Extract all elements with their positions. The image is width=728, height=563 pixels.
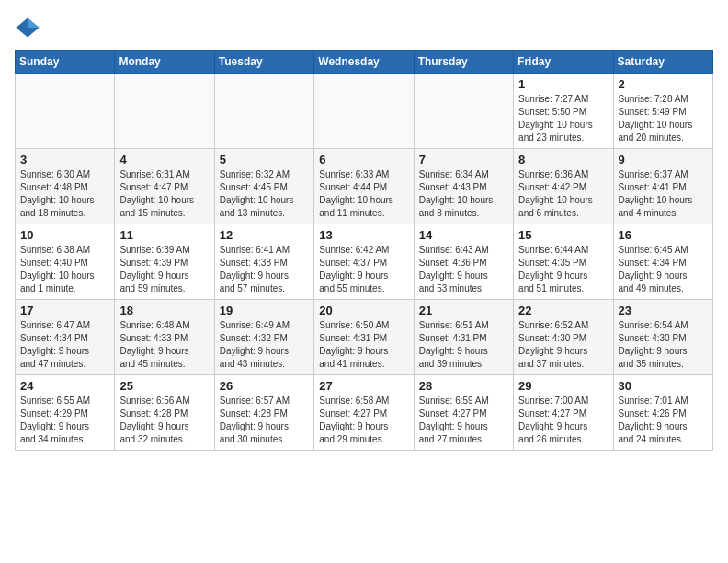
day-header-monday: Monday (115, 51, 214, 74)
calendar-cell: 22Sunrise: 6:52 AM Sunset: 4:30 PM Dayli… (514, 300, 613, 375)
day-info: Sunrise: 6:54 AM Sunset: 4:30 PM Dayligh… (619, 319, 708, 371)
day-info: Sunrise: 6:30 AM Sunset: 4:48 PM Dayligh… (20, 168, 109, 220)
day-info: Sunrise: 6:31 AM Sunset: 4:47 PM Dayligh… (119, 168, 209, 220)
day-info: Sunrise: 6:34 AM Sunset: 4:43 PM Dayligh… (419, 168, 508, 220)
day-number: 25 (119, 379, 209, 393)
calendar-cell: 6Sunrise: 6:33 AM Sunset: 4:44 PM Daylig… (314, 149, 414, 224)
calendar-cell: 17Sunrise: 6:47 AM Sunset: 4:34 PM Dayli… (16, 300, 115, 375)
day-header-thursday: Thursday (414, 51, 513, 74)
day-info: Sunrise: 6:43 AM Sunset: 4:36 PM Dayligh… (419, 244, 508, 295)
calendar-week-row: 17Sunrise: 6:47 AM Sunset: 4:34 PM Dayli… (16, 300, 713, 375)
calendar-cell: 15Sunrise: 6:44 AM Sunset: 4:35 PM Dayli… (514, 224, 613, 300)
calendar-cell: 11Sunrise: 6:39 AM Sunset: 4:39 PM Dayli… (115, 224, 214, 300)
day-info: Sunrise: 6:55 AM Sunset: 4:29 PM Dayligh… (20, 395, 109, 446)
day-number: 28 (419, 379, 508, 393)
day-header-friday: Friday (514, 51, 613, 74)
day-info: Sunrise: 6:32 AM Sunset: 4:45 PM Dayligh… (220, 168, 309, 220)
calendar-cell: 24Sunrise: 6:55 AM Sunset: 4:29 PM Dayli… (16, 375, 115, 451)
calendar-cell: 13Sunrise: 6:42 AM Sunset: 4:37 PM Dayli… (314, 224, 414, 300)
day-info: Sunrise: 6:48 AM Sunset: 4:33 PM Dayligh… (119, 319, 209, 371)
day-number: 30 (619, 379, 708, 393)
calendar-cell (16, 74, 115, 149)
calendar-week-row: 10Sunrise: 6:38 AM Sunset: 4:40 PM Dayli… (16, 224, 713, 300)
day-number: 8 (518, 153, 608, 167)
day-info: Sunrise: 7:01 AM Sunset: 4:26 PM Dayligh… (619, 395, 708, 446)
day-number: 29 (518, 379, 608, 393)
logo-icon (15, 15, 40, 40)
calendar-cell: 1Sunrise: 7:27 AM Sunset: 5:50 PM Daylig… (514, 74, 613, 149)
calendar-cell: 8Sunrise: 6:36 AM Sunset: 4:42 PM Daylig… (514, 149, 613, 224)
day-number: 12 (220, 228, 309, 242)
logo (15, 15, 42, 40)
day-number: 4 (119, 153, 209, 167)
day-number: 23 (619, 304, 708, 317)
calendar-cell: 7Sunrise: 6:34 AM Sunset: 4:43 PM Daylig… (414, 149, 513, 224)
day-number: 9 (619, 153, 708, 167)
calendar-cell: 18Sunrise: 6:48 AM Sunset: 4:33 PM Dayli… (115, 300, 214, 375)
day-info: Sunrise: 7:27 AM Sunset: 5:50 PM Dayligh… (518, 93, 608, 144)
calendar-cell: 23Sunrise: 6:54 AM Sunset: 4:30 PM Dayli… (613, 300, 712, 375)
day-number: 17 (20, 304, 109, 317)
calendar-week-row: 24Sunrise: 6:55 AM Sunset: 4:29 PM Dayli… (16, 375, 713, 451)
day-number: 19 (220, 304, 309, 317)
calendar-cell: 28Sunrise: 6:59 AM Sunset: 4:27 PM Dayli… (414, 375, 513, 451)
day-info: Sunrise: 6:42 AM Sunset: 4:37 PM Dayligh… (319, 244, 408, 295)
calendar-cell: 19Sunrise: 6:49 AM Sunset: 4:32 PM Dayli… (214, 300, 313, 375)
day-number: 7 (419, 153, 508, 167)
calendar-cell: 2Sunrise: 7:28 AM Sunset: 5:49 PM Daylig… (613, 74, 712, 149)
day-info: Sunrise: 6:38 AM Sunset: 4:40 PM Dayligh… (20, 244, 109, 295)
calendar-cell: 10Sunrise: 6:38 AM Sunset: 4:40 PM Dayli… (16, 224, 115, 300)
calendar-cell: 14Sunrise: 6:43 AM Sunset: 4:36 PM Dayli… (414, 224, 513, 300)
day-info: Sunrise: 6:59 AM Sunset: 4:27 PM Dayligh… (419, 395, 508, 446)
day-info: Sunrise: 6:58 AM Sunset: 4:27 PM Dayligh… (319, 395, 408, 446)
day-number: 20 (319, 304, 408, 317)
day-info: Sunrise: 6:33 AM Sunset: 4:44 PM Dayligh… (319, 168, 408, 220)
day-number: 15 (518, 228, 608, 242)
day-number: 13 (319, 228, 408, 242)
day-number: 21 (419, 304, 508, 317)
day-number: 18 (119, 304, 209, 317)
day-info: Sunrise: 7:00 AM Sunset: 4:27 PM Dayligh… (518, 395, 608, 446)
day-info: Sunrise: 6:47 AM Sunset: 4:34 PM Dayligh… (20, 319, 109, 371)
calendar-cell (414, 74, 513, 149)
calendar-cell (214, 74, 313, 149)
day-info: Sunrise: 6:37 AM Sunset: 4:41 PM Dayligh… (619, 168, 708, 220)
day-info: Sunrise: 6:49 AM Sunset: 4:32 PM Dayligh… (220, 319, 309, 371)
calendar-cell: 25Sunrise: 6:56 AM Sunset: 4:28 PM Dayli… (115, 375, 214, 451)
page-header (15, 15, 713, 40)
calendar-cell: 5Sunrise: 6:32 AM Sunset: 4:45 PM Daylig… (214, 149, 313, 224)
calendar-cell: 21Sunrise: 6:51 AM Sunset: 4:31 PM Dayli… (414, 300, 513, 375)
calendar-cell: 9Sunrise: 6:37 AM Sunset: 4:41 PM Daylig… (613, 149, 712, 224)
calendar-week-row: 3Sunrise: 6:30 AM Sunset: 4:48 PM Daylig… (16, 149, 713, 224)
day-number: 11 (119, 228, 209, 242)
day-number: 14 (419, 228, 508, 242)
calendar-cell: 4Sunrise: 6:31 AM Sunset: 4:47 PM Daylig… (115, 149, 214, 224)
day-number: 1 (518, 77, 608, 91)
day-info: Sunrise: 6:56 AM Sunset: 4:28 PM Dayligh… (119, 395, 209, 446)
day-number: 27 (319, 379, 408, 393)
day-header-saturday: Saturday (613, 51, 712, 74)
day-info: Sunrise: 6:50 AM Sunset: 4:31 PM Dayligh… (319, 319, 408, 371)
day-info: Sunrise: 6:45 AM Sunset: 4:34 PM Dayligh… (619, 244, 708, 295)
calendar-cell: 20Sunrise: 6:50 AM Sunset: 4:31 PM Dayli… (314, 300, 414, 375)
svg-marker-1 (28, 18, 40, 29)
day-number: 10 (20, 228, 109, 242)
day-number: 6 (319, 153, 408, 167)
day-info: Sunrise: 7:28 AM Sunset: 5:49 PM Dayligh… (619, 93, 708, 144)
day-info: Sunrise: 6:51 AM Sunset: 4:31 PM Dayligh… (419, 319, 508, 371)
day-info: Sunrise: 6:52 AM Sunset: 4:30 PM Dayligh… (518, 319, 608, 371)
day-number: 24 (20, 379, 109, 393)
day-info: Sunrise: 6:39 AM Sunset: 4:39 PM Dayligh… (119, 244, 209, 295)
day-header-tuesday: Tuesday (214, 51, 313, 74)
day-number: 16 (619, 228, 708, 242)
day-number: 26 (220, 379, 309, 393)
calendar-cell: 27Sunrise: 6:58 AM Sunset: 4:27 PM Dayli… (314, 375, 414, 451)
day-info: Sunrise: 6:41 AM Sunset: 4:38 PM Dayligh… (220, 244, 309, 295)
calendar-cell: 12Sunrise: 6:41 AM Sunset: 4:38 PM Dayli… (214, 224, 313, 300)
calendar-cell: 29Sunrise: 7:00 AM Sunset: 4:27 PM Dayli… (514, 375, 613, 451)
day-header-sunday: Sunday (16, 51, 115, 74)
calendar-cell (314, 74, 414, 149)
day-number: 5 (220, 153, 309, 167)
day-info: Sunrise: 6:36 AM Sunset: 4:42 PM Dayligh… (518, 168, 608, 220)
day-number: 22 (518, 304, 608, 317)
